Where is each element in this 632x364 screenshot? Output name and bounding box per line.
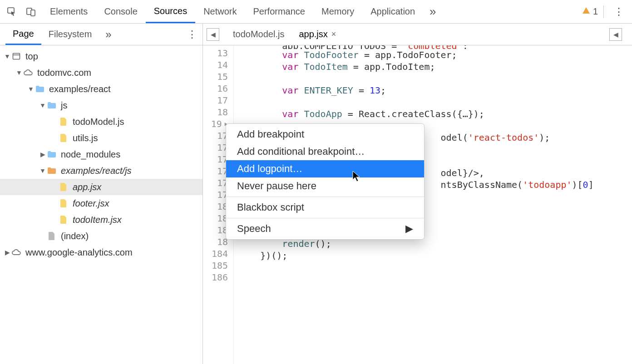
cloud-icon: [23, 69, 34, 77]
panel-tab-performance[interactable]: Performance: [245, 0, 314, 23]
context-menu-item[interactable]: Add logpoint…: [226, 160, 424, 177]
panel-tab-elements[interactable]: Elements: [42, 0, 96, 23]
panel-tab-console[interactable]: Console: [96, 0, 145, 23]
gutter-context-menu[interactable]: Add breakpointAdd conditional breakpoint…: [226, 123, 425, 240]
line-number[interactable]: 19▶: [203, 118, 228, 130]
folder-blue-icon: [46, 102, 57, 109]
context-menu-item[interactable]: Add breakpoint: [226, 126, 424, 143]
context-menu-label: Add conditional breakpoint…: [237, 146, 365, 157]
disclosure-triangle-icon[interactable]: ▶: [39, 151, 46, 158]
line-number[interactable]: 17: [203, 165, 228, 177]
panel-tab-application[interactable]: Application: [362, 0, 423, 23]
menu-separator: [226, 218, 424, 218]
svg-rect-2: [31, 10, 35, 16]
warning-triangle-icon: [582, 6, 590, 17]
panel-tab-network[interactable]: Network: [195, 0, 245, 23]
line-number[interactable]: 18: [203, 236, 228, 248]
file-yellow-icon: [58, 133, 69, 143]
line-number[interactable]: 18: [203, 106, 228, 118]
disclosure-triangle-icon[interactable]: ▶: [4, 249, 11, 256]
folder-blue-icon: [35, 85, 45, 93]
line-number[interactable]: 18: [203, 212, 228, 224]
kebab-menu-icon[interactable]: ⋮: [609, 6, 628, 18]
context-menu-item[interactable]: Add conditional breakpoint…: [226, 143, 424, 160]
submenu-arrow-icon: ▶: [405, 223, 413, 235]
file-tree[interactable]: ▼top▼todomvc.com▼examples/react▼jstodoMo…: [0, 45, 202, 364]
window-icon: [11, 52, 22, 60]
context-menu-label: Blackbox script: [237, 202, 304, 213]
file-yellow-icon: [58, 117, 69, 126]
tree-item-label: todoItem.jsx: [73, 215, 122, 225]
line-number[interactable]: 186: [203, 271, 228, 283]
context-menu-item[interactable]: Speech▶: [226, 220, 424, 237]
disclosure-triangle-icon[interactable]: ▼: [39, 167, 46, 174]
disclosure-triangle-icon[interactable]: ▼: [4, 53, 11, 60]
tree-item-label: examples/react: [49, 84, 111, 94]
line-number[interactable]: 14: [203, 59, 228, 71]
navigator-menu-icon[interactable]: ⋮: [187, 29, 197, 40]
tree-item-label: node_modules: [61, 149, 120, 160]
line-number[interactable]: 185: [203, 260, 228, 271]
tree-item[interactable]: todoItem.jsx: [0, 212, 202, 228]
editor-tab[interactable]: app.jsx×: [291, 24, 343, 45]
warning-count: 1: [593, 6, 598, 17]
disclosure-triangle-icon[interactable]: ▼: [27, 85, 35, 93]
navigator-tab-filesystem[interactable]: Filesystem: [41, 24, 99, 45]
context-menu-item[interactable]: Blackbox script: [226, 199, 424, 216]
navigator-tab-page[interactable]: Page: [5, 24, 41, 45]
tree-item[interactable]: ▶www.google-analytics.com: [0, 244, 202, 261]
line-number[interactable]: 184: [203, 248, 228, 260]
line-number[interactable]: 17: [203, 142, 228, 153]
tree-item[interactable]: ▼todomvc.com: [0, 64, 202, 81]
warnings-indicator[interactable]: 1: [582, 6, 598, 17]
disclosure-triangle-icon[interactable]: ▼: [39, 102, 46, 109]
tree-item-label: www.google-analytics.com: [25, 247, 133, 258]
debugger-toggle-icon[interactable]: ◀: [609, 28, 622, 41]
navigator-tabs: Page Filesystem » ⋮: [0, 24, 202, 45]
navigator-toggle-icon[interactable]: ◀: [207, 28, 219, 41]
tree-item[interactable]: ▼examples/react: [0, 81, 202, 97]
tree-item[interactable]: ▼examples/react/js: [0, 162, 202, 179]
line-number[interactable]: 17: [203, 94, 228, 106]
editor-tab[interactable]: todoModel.js: [226, 24, 291, 45]
file-yellow-icon: [58, 182, 69, 192]
line-number[interactable]: 13: [203, 47, 228, 59]
line-number[interactable]: 17: [203, 177, 228, 189]
tree-item[interactable]: todoModel.js: [0, 113, 202, 130]
more-panels-icon[interactable]: »: [423, 5, 442, 19]
tree-item[interactable]: ▶node_modules: [0, 146, 202, 162]
line-number[interactable]: 18: [203, 224, 228, 236]
context-menu-item[interactable]: Never pause here: [226, 177, 424, 195]
line-number[interactable]: 17: [203, 130, 228, 142]
editor-tab-label: todoModel.js: [233, 29, 284, 39]
tree-item[interactable]: app.jsx: [0, 179, 202, 195]
line-number[interactable]: 18: [203, 201, 228, 212]
tree-item-label: app.jsx: [73, 182, 101, 192]
line-number[interactable]: 17: [203, 153, 228, 165]
tree-item-label: footer.jsx: [73, 198, 109, 209]
line-number[interactable]: 16: [203, 83, 228, 94]
device-toggle-icon[interactable]: [23, 4, 39, 20]
tree-item[interactable]: ▼js: [0, 97, 202, 113]
menu-separator: [226, 197, 424, 197]
tree-item[interactable]: (index): [0, 228, 202, 244]
line-number[interactable]: 17: [203, 189, 228, 201]
tree-item[interactable]: footer.jsx: [0, 195, 202, 212]
navigator-sidebar: Page Filesystem » ⋮ ▼top▼todomvc.com▼exa…: [0, 24, 203, 364]
tree-item[interactable]: utils.js: [0, 130, 202, 146]
inspect-icon[interactable]: [4, 4, 20, 20]
panel-tab-memory[interactable]: Memory: [313, 0, 362, 23]
disclosure-triangle-icon[interactable]: ▼: [15, 69, 23, 76]
tree-item-label: examples/react/js: [61, 166, 132, 176]
more-navigator-tabs-icon[interactable]: »: [99, 28, 118, 41]
folder-blue-icon: [46, 151, 57, 158]
tree-item[interactable]: ▼top: [0, 48, 202, 64]
context-menu-label: Add breakpoint: [237, 128, 304, 140]
context-menu-label: Add logpoint…: [237, 163, 302, 175]
close-icon[interactable]: ×: [331, 30, 336, 39]
tree-item-label: (index): [61, 231, 89, 241]
context-menu-label: Speech: [237, 223, 271, 235]
file-yellow-icon: [58, 215, 69, 224]
panel-tab-sources[interactable]: Sources: [146, 0, 195, 23]
line-number[interactable]: 15: [203, 71, 228, 83]
